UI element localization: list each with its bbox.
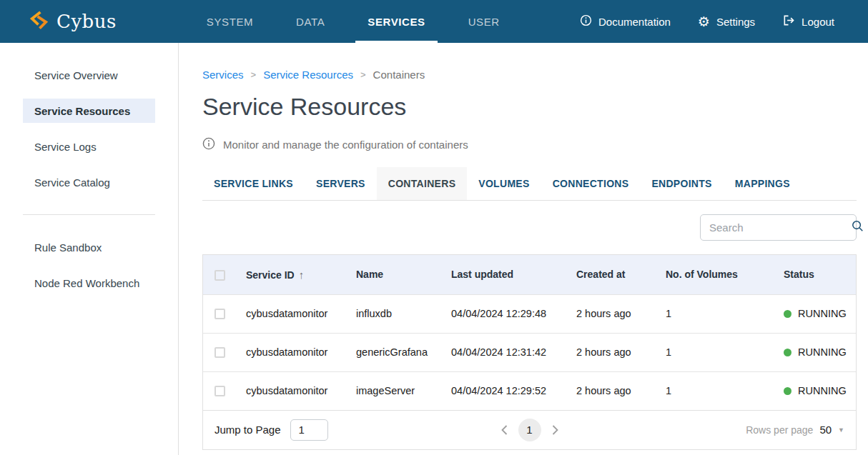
tab-servers[interactable]: SERVERS [305,167,377,200]
breadcrumb-containers: Containers [373,69,425,81]
column-header-volumes[interactable]: No. of Volumes [654,255,772,294]
current-page-button[interactable]: 1 [518,419,541,441]
tab-connections[interactable]: CONNECTIONS [541,167,641,200]
column-header-created-at[interactable]: Created at [565,255,654,294]
documentation-link[interactable]: Documentation [580,14,671,29]
cell-service-id: cybusdatamonitor [235,294,345,333]
select-all-checkbox[interactable] [214,270,225,281]
row-checkbox[interactable] [214,386,225,396]
tab-containers[interactable]: CONTAINERS [377,167,468,200]
search-box [700,214,857,241]
jump-to-page-input[interactable] [290,419,328,441]
cell-service-id: cybusdatamonitor [235,333,345,371]
search-icon[interactable] [852,220,864,235]
previous-page-icon[interactable] [500,424,508,436]
resource-tabs: SERVICE LINKS SERVERS CONTAINERS VOLUMES… [202,167,857,201]
rows-per-page: Rows per page 50 ▼ [746,424,844,436]
next-page-icon[interactable] [551,424,559,436]
table-header-row: Service ID↑ Name Last updated Created at… [203,255,856,294]
main-content: Services > Service Resources > Container… [179,43,868,455]
sidebar-item-service-catalog[interactable]: Service Catalog [0,164,178,200]
tab-endpoints[interactable]: ENDPOINTS [640,167,723,200]
row-checkbox[interactable] [214,309,225,319]
gear-icon: ⚙ [698,15,710,29]
cell-volumes: 1 [654,333,772,371]
sidebar: Service Overview Service Resources Servi… [0,43,179,455]
status-badge: RUNNING [784,372,856,410]
pager: 1 [500,419,559,441]
search-input[interactable] [709,221,852,234]
tab-volumes[interactable]: VOLUMES [467,167,541,200]
main-nav: SYSTEM DATA SERVICES USER [185,0,521,43]
search-row [202,214,857,241]
top-navbar: Cybus SYSTEM DATA SERVICES USER Document… [0,0,868,43]
nav-item-user[interactable]: USER [447,0,521,43]
brand-name: Cybus [56,11,117,32]
breadcrumb-services[interactable]: Services [202,69,244,81]
status-running-dot-icon [784,387,791,395]
sidebar-item-service-overview[interactable]: Service Overview [0,57,178,93]
status-badge: RUNNING [784,334,856,371]
table-row[interactable]: cybusdatamonitor imageServer 04/04/2024 … [203,371,856,410]
app-window: Cybus SYSTEM DATA SERVICES USER Document… [0,0,868,455]
status-running-dot-icon [784,349,791,356]
logout-label: Logout [802,16,834,28]
cybus-logo-icon [29,10,49,34]
cell-created-at: 2 hours ago [565,294,654,333]
documentation-label: Documentation [598,16,671,28]
sidebar-item-service-resources[interactable]: Service Resources [23,99,155,123]
cell-service-id: cybusdatamonitor [235,371,345,410]
caret-down-icon[interactable]: ▼ [838,426,844,434]
page-description: Monitor and manage the configuration of … [202,137,857,152]
cell-created-at: 2 hours ago [565,371,654,410]
column-header-status[interactable]: Status [772,255,856,294]
sidebar-item-node-red-workbench[interactable]: Node Red Workbench [0,265,178,301]
cell-last-updated: 04/04/2024 12:29:48 [440,294,565,333]
breadcrumb-separator-icon: > [360,69,366,80]
nav-item-system[interactable]: SYSTEM [185,0,275,43]
page-title: Service Resources [202,93,857,121]
status-running-dot-icon [784,310,791,318]
page-description-text: Monitor and manage the configuration of … [223,139,468,151]
logout-icon [782,14,795,29]
row-checkbox[interactable] [214,347,225,358]
table-row[interactable]: cybusdatamonitor genericGrafana 04/04/20… [203,333,856,371]
tab-mappings[interactable]: MAPPINGS [724,167,802,200]
column-header-name[interactable]: Name [345,255,440,294]
table-footer: Jump to Page 1 Rows per page 50 ▼ [203,410,856,449]
containers-table: Service ID↑ Name Last updated Created at… [203,255,856,410]
cell-name: influxdb [345,294,440,333]
column-header-service-id[interactable]: Service ID↑ [235,255,345,294]
info-icon [580,14,592,29]
sort-asc-icon[interactable]: ↑ [299,269,305,281]
rows-per-page-value[interactable]: 50 [819,424,832,436]
breadcrumb-service-resources[interactable]: Service Resources [263,69,353,81]
cell-name: imageServer [345,371,440,410]
cell-name: genericGrafana [345,333,440,371]
rows-per-page-label: Rows per page [746,424,813,436]
cell-created-at: 2 hours ago [565,333,654,371]
breadcrumb-separator-icon: > [251,69,257,80]
nav-item-services[interactable]: SERVICES [346,0,446,43]
cell-last-updated: 04/04/2024 12:31:42 [440,333,565,371]
status-badge: RUNNING [784,295,856,333]
breadcrumb: Services > Service Resources > Container… [202,69,857,81]
sidebar-item-rule-sandbox[interactable]: Rule Sandbox [0,229,178,265]
logout-link[interactable]: Logout [782,14,834,29]
column-header-last-updated[interactable]: Last updated [440,255,565,294]
tab-service-links[interactable]: SERVICE LINKS [202,167,305,200]
sidebar-divider [23,214,155,215]
table-row[interactable]: cybusdatamonitor influxdb 04/04/2024 12:… [203,294,856,333]
jump-to-page-label: Jump to Page [214,424,281,436]
cell-volumes: 1 [654,294,772,333]
brand-logo[interactable]: Cybus [29,10,117,34]
info-icon [202,137,215,152]
containers-table-card: Service ID↑ Name Last updated Created at… [202,254,857,450]
cell-last-updated: 04/04/2024 12:29:52 [440,371,565,410]
nav-actions: Documentation ⚙ Settings Logout [580,14,834,29]
settings-label: Settings [716,16,755,28]
sidebar-item-service-logs[interactable]: Service Logs [0,129,178,164]
cell-volumes: 1 [654,371,772,410]
settings-link[interactable]: ⚙ Settings [698,15,755,29]
nav-item-data[interactable]: DATA [275,0,346,43]
